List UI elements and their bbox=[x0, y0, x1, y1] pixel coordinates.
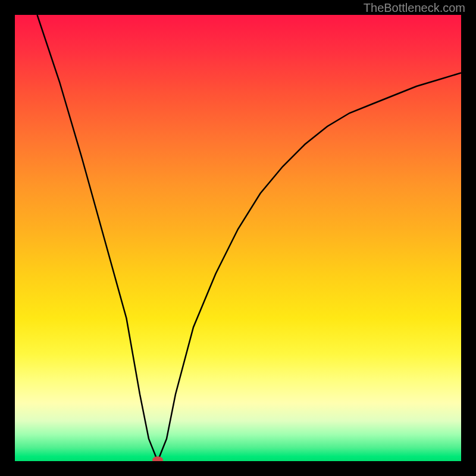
minimum-marker bbox=[152, 456, 163, 461]
chart-border-bottom bbox=[15, 461, 461, 463]
watermark-text: TheBottleneck.com bbox=[364, 1, 465, 15]
chart-plot-area bbox=[15, 15, 461, 461]
chart-container: TheBottleneck.com bbox=[0, 0, 476, 476]
curve-line bbox=[15, 15, 461, 461]
chart-border-right bbox=[461, 15, 463, 461]
chart-border-left bbox=[13, 15, 15, 461]
